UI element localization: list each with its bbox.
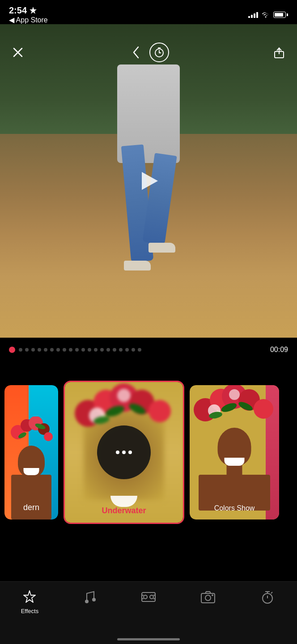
timer-button[interactable] <box>149 43 169 62</box>
svg-point-37 <box>144 595 147 599</box>
timeline-dot <box>113 348 116 352</box>
timeline-dot <box>138 348 141 352</box>
share-button[interactable] <box>270 43 288 61</box>
card3-smile <box>225 458 245 466</box>
battery-icon <box>273 12 288 18</box>
status-time: 2:54 <box>9 6 48 15</box>
close-button[interactable] <box>9 43 27 61</box>
tab-bar: Effects <box>0 581 297 644</box>
svg-point-34 <box>85 600 89 603</box>
signal-bars-icon <box>248 12 258 18</box>
filter-label-underwater: Underwater <box>65 506 183 515</box>
status-bar: 2:54 ◀ App Store <box>0 0 297 24</box>
timeline-dot <box>31 348 35 352</box>
left-shoe <box>124 261 151 270</box>
timeline-dot <box>38 348 41 352</box>
status-right <box>248 12 288 18</box>
timeline-dot <box>56 348 60 352</box>
svg-point-11 <box>44 432 53 441</box>
close-icon <box>13 47 23 57</box>
stopwatch-icon <box>259 589 276 605</box>
chevron-left-icon <box>132 46 140 59</box>
svg-point-45 <box>212 594 213 596</box>
timeline-dot <box>19 348 22 352</box>
timeline-dot <box>94 348 98 352</box>
card1-body <box>11 475 51 519</box>
card1-smile <box>24 468 39 475</box>
person-legs <box>122 127 175 262</box>
home-indicator <box>117 638 180 640</box>
location-icon <box>30 7 37 14</box>
filter-label-modern: dern <box>4 503 58 512</box>
filter-card-colors-show[interactable]: Colors Show <box>190 385 279 519</box>
timeline-time: 00:09 <box>270 346 288 354</box>
timeline-dot <box>81 348 85 352</box>
play-button[interactable] <box>135 167 162 194</box>
status-left: 2:54 ◀ App Store <box>9 6 48 24</box>
music-icon <box>82 590 96 604</box>
tab-text[interactable] <box>131 589 166 608</box>
timeline-dot <box>50 348 54 352</box>
svg-point-38 <box>150 595 153 599</box>
play-icon <box>142 172 158 190</box>
music-note-icon <box>81 589 97 605</box>
star-icon <box>22 589 37 605</box>
top-nav <box>0 40 297 64</box>
filter-label-colors-show: Colors Show <box>190 504 279 512</box>
timeline-dot <box>88 348 91 352</box>
timer-icon <box>154 47 165 58</box>
svg-point-18 <box>148 400 171 422</box>
timeline-dots <box>19 348 267 352</box>
timeline-dot <box>106 348 110 352</box>
tab-sticker[interactable] <box>190 589 226 608</box>
tab-label-effects: Effects <box>21 608 39 614</box>
app-store-back[interactable]: ◀ App Store <box>9 16 48 24</box>
camera-icon <box>200 590 216 604</box>
effects-icon <box>21 589 38 605</box>
person-figure <box>104 38 193 262</box>
timeline-dot <box>125 348 129 352</box>
timeline-progress-dot <box>9 347 15 353</box>
card2-blur-overlay <box>97 425 151 479</box>
filter-card-modern[interactable]: dern <box>4 385 58 519</box>
tab-music[interactable] <box>71 589 107 608</box>
coupon-icon <box>140 589 157 605</box>
camera-sticker-icon <box>200 589 216 605</box>
ticket-icon <box>141 591 156 603</box>
right-shoe <box>148 243 175 253</box>
stopwatch-svg <box>261 590 274 604</box>
timeline-dot <box>44 348 47 352</box>
video-preview[interactable] <box>0 24 297 338</box>
timeline-dot <box>100 348 104 352</box>
timeline-dot <box>69 348 72 352</box>
svg-line-50 <box>271 592 272 593</box>
timeline-dot <box>75 348 79 352</box>
tab-timer[interactable] <box>250 589 285 608</box>
timeline-dot <box>119 348 123 352</box>
svg-point-20 <box>117 389 131 402</box>
svg-point-35 <box>92 598 96 601</box>
share-icon <box>273 46 285 59</box>
filter-card-underwater[interactable]: Underwater <box>64 381 184 524</box>
timeline-dot <box>132 348 135 352</box>
card1-flowers <box>9 416 54 448</box>
timeline-dot <box>25 348 29 352</box>
timeline-dot <box>63 348 66 352</box>
back-button[interactable] <box>128 44 144 60</box>
nav-center <box>128 43 169 62</box>
svg-point-44 <box>205 595 211 601</box>
tab-effects[interactable]: Effects <box>12 589 47 614</box>
timeline-bar[interactable]: 00:09 <box>0 338 297 362</box>
card3-flowers <box>190 385 279 432</box>
svg-point-30 <box>229 389 240 400</box>
wifi-icon <box>262 12 270 18</box>
filters-carousel[interactable]: dern <box>0 367 297 537</box>
svg-point-28 <box>254 399 273 419</box>
